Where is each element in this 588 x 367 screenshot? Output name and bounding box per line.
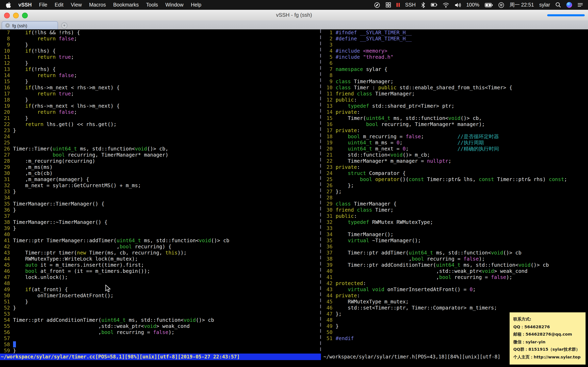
code-line: 54 Timer::ptr addConditionTimer(uint64_t…	[1, 317, 319, 323]
menu-item-view[interactable]: View	[71, 2, 82, 8]
code-line: 24	[1, 133, 319, 140]
ssh-status-label[interactable]: SSH	[405, 2, 415, 8]
code-line: 29 class TimerManager {	[323, 201, 588, 207]
line-number: 50	[1, 292, 13, 299]
code-line: 7 namespace sylar {	[323, 66, 588, 72]
vim-split-separator[interactable]	[320, 29, 321, 360]
code-line: 9 class TimerManager;	[323, 78, 588, 84]
line-number: 36	[1, 207, 13, 213]
line-number: 12	[1, 60, 13, 66]
contact-note-line: QQ：564628276	[513, 323, 582, 331]
line-number: 41	[323, 274, 336, 280]
line-number: 56	[1, 329, 13, 335]
code-line: 13 if(!rhs) {	[1, 66, 319, 72]
code-line: 25	[1, 140, 319, 146]
tab-close-icon[interactable]: ×	[5, 23, 10, 28]
keyboard-battery-icon[interactable]	[431, 2, 437, 8]
new-tab-button[interactable]: +	[61, 22, 67, 29]
line-number: 18	[1, 97, 13, 103]
battery-charging-icon[interactable]	[485, 2, 493, 8]
grid-icon[interactable]	[385, 2, 391, 8]
line-number: 37	[323, 250, 336, 256]
code-line: 32 m_next = sylar::GetCurrentMS() + m_ms…	[1, 182, 319, 188]
terminal: 7 if(!lhs && !rhs) { 8 return false; 9 }…	[0, 29, 588, 367]
code-line: 42 ,bool recurring) {	[1, 243, 319, 250]
menu-item-tools[interactable]: Tools	[146, 2, 158, 8]
line-number: 40	[1, 231, 13, 237]
line-number: 32	[323, 219, 336, 225]
apple-menu-icon[interactable]	[6, 2, 11, 8]
tab-fg-ssh[interactable]: × fg (ssh)	[2, 21, 58, 29]
line-number: 10	[1, 48, 13, 54]
code-line: 18 }	[1, 97, 319, 103]
menu-item-vssh[interactable]: vSSH	[18, 2, 32, 8]
code-line: 30 ,m_cb(cb)	[1, 170, 319, 176]
notification-center-icon[interactable]	[577, 2, 583, 8]
pause-icon[interactable]	[397, 2, 400, 8]
line-number: 42	[1, 243, 13, 250]
title-bar-progress-indicator	[547, 14, 585, 16]
code-line: 20 uint64_t m_next = 0; //精确的执行时间	[323, 146, 588, 152]
code-line: 31 ,m_manager(manager) {	[1, 176, 319, 182]
code-line: 37	[1, 213, 319, 219]
code-line: 16 if(lhs->m_next < rhs->m_next) {	[1, 84, 319, 91]
line-number: 27	[323, 188, 336, 194]
code-line: 17 private:	[323, 127, 588, 133]
line-number: 2	[323, 35, 336, 42]
user-menu-label[interactable]: sylar	[539, 2, 550, 8]
code-line: 44 private:	[323, 292, 588, 299]
code-line: 33	[323, 225, 588, 231]
pencil-circle-icon[interactable]	[374, 2, 380, 8]
code-line: 30 friend class Timer;	[323, 207, 588, 213]
search-icon[interactable]	[555, 2, 561, 8]
contact-note-lines: QQ：564628276邮箱：564628276@qq.com微信：sylar-…	[513, 323, 582, 361]
menu-item-edit[interactable]: Edit	[55, 2, 63, 8]
code-line: 55 ,std::weak_ptr<void> weak_cond	[1, 323, 319, 329]
menu-item-window[interactable]: Window	[165, 2, 183, 8]
menu-item-bookmarks[interactable]: Bookmarks	[113, 2, 139, 8]
code-line: 10 if(!lhs) {	[1, 48, 319, 54]
battery-percent-label[interactable]: 100%	[466, 2, 479, 8]
spotify-icon[interactable]	[498, 2, 504, 8]
line-number: 44	[323, 292, 336, 299]
bluetooth-icon[interactable]	[421, 2, 425, 8]
line-number: 25	[1, 140, 13, 146]
menu-item-help[interactable]: Help	[191, 2, 201, 8]
code-line: 46 bool at_front = (it == m_timers.begin…	[1, 268, 319, 274]
line-number: 59	[1, 347, 13, 354]
editor-pane-timer-cc[interactable]: 7 if(!lhs && !rhs) { 8 return false; 9 }…	[1, 29, 319, 354]
line-number: 7	[1, 29, 13, 35]
clock-label[interactable]: 周一 22:51	[510, 1, 534, 8]
line-number: 3	[323, 42, 336, 48]
line-number: 35	[1, 201, 13, 207]
line-number: 28	[323, 194, 336, 201]
code-line: 12 }	[1, 60, 319, 66]
code-line: 20 return false;	[1, 109, 319, 115]
wifi-icon[interactable]	[443, 2, 449, 8]
line-number: 34	[1, 194, 13, 201]
line-number: 48	[323, 317, 336, 323]
code-line: 21 std::function<void()> m_cb;	[323, 152, 588, 158]
code-line: 45 auto it = m_timers.insert(timer).firs…	[1, 262, 319, 268]
menu-item-file[interactable]: File	[39, 2, 47, 8]
tab-label: fg (ssh)	[12, 23, 27, 28]
code-line: 4 #include <memory>	[323, 48, 588, 54]
code-line: 2 #define __SYLAR_TIMER_H__	[323, 35, 588, 42]
code-line: 5 #include "thread.h"	[323, 54, 588, 60]
code-line: 8	[323, 72, 588, 78]
code-line: 49 if(at_front) {	[1, 286, 319, 292]
line-number: 14	[1, 72, 13, 78]
menu-item-macros[interactable]: Macros	[89, 2, 106, 8]
editor-pane-timer-h[interactable]: 1 #ifndef __SYLAR_TIMER_H__ 2 #define __…	[323, 29, 588, 341]
volume-icon[interactable]	[454, 2, 461, 8]
contact-note-title: 联系方式:	[513, 316, 582, 323]
code-line: 28 :m_recurring(recurring)	[1, 158, 319, 164]
code-line: 21 }	[1, 115, 319, 121]
code-line: 37 Timer::ptr addTimer(uint64_t ms, std:…	[323, 250, 588, 256]
line-number: 46	[323, 305, 336, 311]
code-line: 16 bool recurring, TimerManager* manager…	[323, 121, 588, 127]
window-title-bar[interactable]: vSSH - fg (ssh)	[0, 10, 588, 21]
code-line: 3	[323, 42, 588, 48]
siri-icon[interactable]	[566, 2, 572, 8]
line-number: 28	[1, 158, 13, 164]
